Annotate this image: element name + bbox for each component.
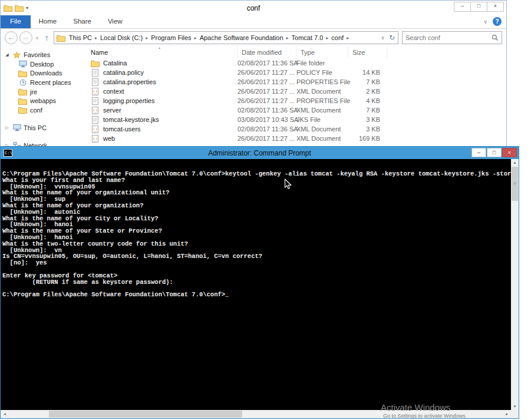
file-row[interactable]: tomcat-keystore.jks03/08/2017 10:43 SAJK…	[87, 115, 506, 124]
breadcrumb-item-conf[interactable]: conf	[329, 34, 345, 41]
file-size: 4 KB	[348, 97, 387, 104]
nav-item-recent-places[interactable]: Recent places	[1, 78, 84, 87]
monitor-icon	[12, 124, 21, 131]
breadcrumb-separator-icon[interactable]: ▸	[345, 35, 350, 41]
file-row[interactable]: web26/06/2017 11:27 ...XML Document169 K…	[87, 134, 506, 143]
tab-share[interactable]: Share	[65, 15, 100, 28]
file-row[interactable]: tomcat-users02/08/2017 11:36 SAXML Docum…	[87, 124, 506, 134]
scroll-down-icon[interactable]: ▼	[511, 403, 519, 410]
nav-item-label: jre	[30, 88, 37, 95]
qat-folder-icon[interactable]	[15, 4, 24, 12]
file-name: context	[103, 88, 124, 95]
column-headers: ▴ NameDate modifiedTypeSize	[87, 47, 506, 58]
file-row[interactable]: server02/08/2017 11:36 SAXML Document7 K…	[87, 105, 506, 115]
recent-locations-icon[interactable]: ∨	[34, 35, 40, 41]
file-type: XML Document	[296, 88, 348, 95]
nav-item-label: conf	[30, 107, 42, 114]
breadcrumb-item-program-files[interactable]: Program Files	[149, 34, 193, 41]
page-icon	[91, 69, 100, 77]
file-name-cell: context	[87, 88, 238, 95]
file-row[interactable]: Catalina02/08/2017 11:36 SAFile folder	[87, 58, 506, 68]
nav-section-label: This PC	[24, 124, 47, 131]
collapsed-triangle-icon[interactable]: ▷	[4, 125, 10, 130]
file-name-cell: tomcat-users	[87, 125, 238, 133]
column-header-date-modified[interactable]: Date modified	[238, 47, 296, 58]
breadcrumb-separator-icon[interactable]: ▸	[285, 35, 290, 41]
search-input[interactable]	[403, 34, 492, 41]
scroll-left-icon[interactable]: ◄	[1, 410, 9, 418]
cmd-vertical-scrollbar[interactable]: ▲ ≡ ▼	[511, 159, 519, 410]
nav-item-conf[interactable]: conf	[1, 105, 84, 115]
column-header-size[interactable]: Size	[348, 47, 387, 58]
breadcrumb-separator-icon[interactable]: ▸	[144, 35, 149, 41]
sort-ascending-icon[interactable]: ▴	[159, 45, 160, 49]
file-name: server	[103, 107, 121, 114]
up-button[interactable]: ↑	[42, 33, 52, 42]
nav-item-webapps[interactable]: webapps	[1, 96, 84, 105]
maximize-button[interactable]: □	[470, 2, 487, 12]
cmd-titlebar[interactable]: C:\ Administrator: Command Prompt – □ ×	[1, 147, 519, 159]
ribbon-collapse-icon[interactable]: ∨	[483, 19, 487, 25]
scroll-up-icon[interactable]: ▲	[511, 159, 519, 166]
nav-item-label: webapps	[30, 97, 56, 104]
breadcrumb-item-this-pc[interactable]: This PC	[67, 34, 94, 41]
breadcrumb-separator-icon[interactable]: ▸	[325, 35, 329, 41]
nav-item-downloads[interactable]: Downloads	[1, 69, 84, 78]
file-date: 26/06/2017 11:27 ...	[238, 78, 296, 85]
nav-item-jre[interactable]: jre	[1, 87, 84, 97]
page-icon	[91, 78, 100, 86]
cmd-minimize-button[interactable]: –	[471, 148, 486, 157]
refresh-icon[interactable]: ↻	[389, 34, 395, 42]
nav-item-label: Downloads	[30, 70, 62, 77]
file-size: 169 KB	[348, 135, 387, 142]
horizontal-scroll-thumb[interactable]	[49, 411, 242, 418]
address-dropdown-icon[interactable]: ∨	[381, 35, 385, 41]
tab-file[interactable]: File	[1, 15, 31, 28]
file-date: 26/06/2017 11:27 ...	[238, 97, 296, 104]
forward-button[interactable]: →	[19, 31, 32, 44]
file-date: 26/06/2017 11:27 ...	[238, 69, 296, 76]
cmd-body[interactable]: C:\Program Files\Apache Software Foundat…	[1, 159, 511, 410]
file-name-cell: server	[87, 107, 238, 114]
breadcrumb-item-apache-software-foundation[interactable]: Apache Software Foundation	[198, 34, 285, 41]
nav-section-this-pc[interactable]: ▷This PC	[1, 123, 84, 133]
column-header-type[interactable]: Type	[296, 47, 348, 58]
breadcrumb-separator-icon[interactable]: ▸	[94, 35, 98, 41]
search-icon[interactable]	[492, 34, 502, 41]
qat-dropdown-icon[interactable]: ▾	[26, 5, 28, 11]
file-row[interactable]: catalina.policy26/06/2017 11:27 ...POLIC…	[87, 68, 506, 77]
nav-item-desktop[interactable]: Desktop	[1, 59, 84, 69]
help-icon[interactable]: ?	[493, 17, 502, 26]
expanded-triangle-icon[interactable]: ◢	[4, 52, 10, 57]
nav-section-favorites[interactable]: ◢Favorites	[1, 50, 84, 59]
file-row[interactable]: logging.properties26/06/2017 11:27 ...PR…	[87, 96, 506, 105]
star-icon	[12, 51, 21, 59]
tab-view[interactable]: View	[100, 15, 131, 28]
page-icon	[91, 116, 100, 124]
file-name: tomcat-users	[103, 125, 141, 133]
file-row[interactable]: catalina.properties26/06/2017 11:27 ...P…	[87, 77, 506, 87]
minimize-button[interactable]: –	[454, 2, 471, 12]
breadcrumb-item-tomcat-7-0[interactable]: Tomcat 7.0	[290, 34, 325, 41]
breadcrumb-item-local-disk-c-[interactable]: Local Disk (C:)	[98, 34, 144, 41]
vertical-scroll-thumb[interactable]: ≡	[512, 167, 518, 201]
breadcrumb: This PC▸Local Disk (C:)▸Program Files▸Ap…	[67, 34, 350, 41]
cmd-maximize-button[interactable]: □	[487, 148, 502, 157]
cmd-output: C:\Program Files\Apache Software Foundat…	[1, 159, 511, 298]
file-type: XML Document	[296, 125, 348, 133]
scroll-right-icon[interactable]: ►	[503, 410, 511, 418]
address-bar[interactable]: This PC▸Local Disk (C:)▸Program Files▸Ap…	[54, 31, 398, 44]
cmd-close-button[interactable]: ×	[502, 148, 517, 157]
file-name-cell: web	[87, 135, 238, 143]
file-date: 02/08/2017 11:36 SA	[238, 107, 296, 114]
column-header-name[interactable]: Name	[87, 47, 238, 58]
tab-home[interactable]: Home	[31, 15, 65, 28]
file-row[interactable]: context26/06/2017 11:27 ...XML Document2…	[87, 87, 506, 96]
breadcrumb-separator-icon[interactable]: ▸	[193, 35, 198, 41]
file-name: web	[103, 135, 115, 142]
folder-icon	[18, 70, 27, 77]
back-button[interactable]: ←	[5, 31, 18, 44]
folder-icon	[91, 59, 100, 67]
close-button[interactable]: ×	[487, 2, 504, 12]
file-type: File folder	[296, 59, 348, 67]
